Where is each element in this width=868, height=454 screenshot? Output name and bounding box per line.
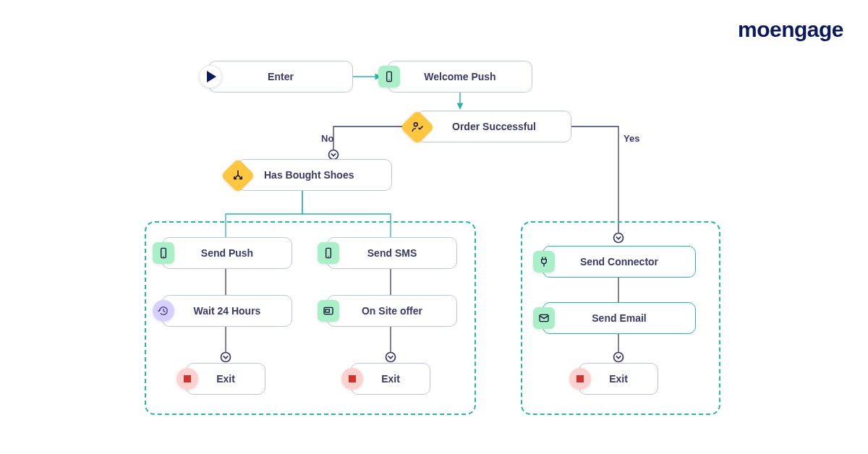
- node-exit-left[interactable]: Exit: [186, 363, 265, 395]
- node-welcome-push[interactable]: Welcome Push: [388, 61, 532, 93]
- play-icon: [199, 65, 222, 88]
- node-label: Exit: [381, 373, 400, 385]
- node-exit-right[interactable]: Exit: [579, 363, 658, 395]
- history-icon: [153, 300, 174, 322]
- flow-canvas: Enter Welcome Push Order Successful No Y…: [0, 0, 868, 454]
- node-enter[interactable]: Enter: [208, 61, 353, 93]
- node-label: Welcome Push: [424, 71, 495, 82]
- mail-icon: [533, 307, 555, 329]
- node-label: Order Successful: [452, 121, 536, 132]
- inapp-icon: [318, 300, 339, 322]
- node-label: Exit: [609, 373, 628, 385]
- svg-rect-17: [326, 309, 329, 312]
- svg-point-11: [414, 123, 417, 127]
- node-label: Send Push: [201, 247, 253, 259]
- branch-label-no: No: [321, 133, 333, 144]
- node-label: Enter: [268, 71, 294, 82]
- node-onsite-offer[interactable]: On Site offer: [327, 295, 457, 327]
- node-has-bought-shoes[interactable]: Has Bought Shoes: [237, 159, 392, 191]
- stop-icon: [176, 368, 198, 390]
- node-label: Send SMS: [367, 247, 417, 259]
- node-send-sms[interactable]: Send SMS: [327, 237, 457, 269]
- node-label: Send Connector: [580, 256, 658, 267]
- phone-icon: [318, 242, 339, 264]
- node-label: On Site offer: [362, 305, 422, 317]
- node-label: Exit: [216, 373, 235, 385]
- split-arrows-icon: [221, 158, 255, 193]
- svg-point-13: [163, 256, 163, 257]
- node-label: Send Email: [592, 312, 646, 324]
- node-label: Wait 24 Hours: [194, 305, 261, 317]
- node-send-email[interactable]: Send Email: [542, 302, 696, 334]
- stop-icon: [341, 368, 363, 390]
- svg-point-15: [328, 256, 328, 257]
- node-exit-middle[interactable]: Exit: [351, 363, 430, 395]
- node-label: Has Bought Shoes: [264, 169, 354, 181]
- phone-icon: [378, 66, 400, 87]
- phone-icon: [153, 242, 174, 264]
- node-send-push[interactable]: Send Push: [162, 237, 292, 269]
- node-send-connector[interactable]: Send Connector: [542, 246, 696, 278]
- svg-point-10: [388, 80, 389, 80]
- node-order-successful[interactable]: Order Successful: [417, 111, 571, 142]
- stop-icon: [569, 368, 591, 390]
- person-check-icon: [400, 110, 435, 145]
- node-wait-24[interactable]: Wait 24 Hours: [162, 295, 292, 327]
- branch-label-yes: Yes: [624, 133, 639, 144]
- plug-icon: [533, 251, 555, 273]
